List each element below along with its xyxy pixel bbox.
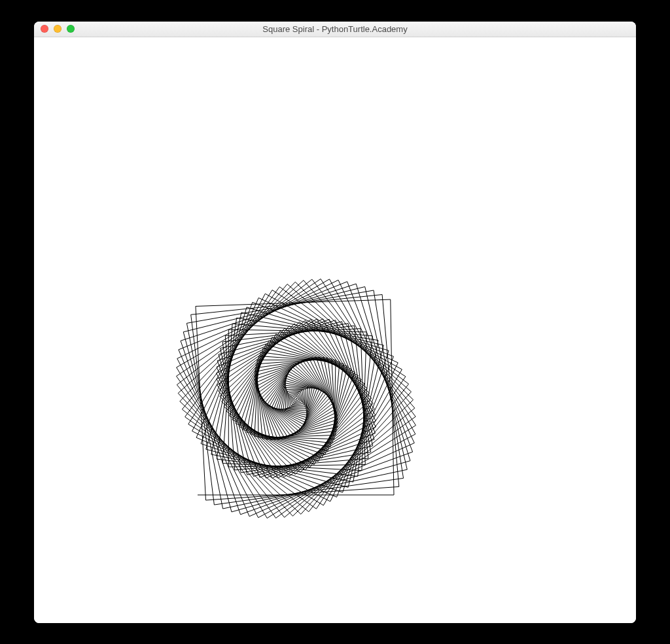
square-spiral-drawing	[34, 37, 636, 623]
zoom-icon[interactable]	[67, 25, 75, 33]
turtle-canvas	[34, 37, 636, 623]
titlebar[interactable]: Square Spiral - PythonTurtle.Academy	[34, 22, 636, 37]
app-window: Square Spiral - PythonTurtle.Academy	[34, 22, 636, 623]
traffic-lights	[34, 25, 75, 33]
close-icon[interactable]	[41, 25, 48, 33]
window-title: Square Spiral - PythonTurtle.Academy	[34, 24, 636, 34]
minimize-icon[interactable]	[54, 25, 62, 33]
